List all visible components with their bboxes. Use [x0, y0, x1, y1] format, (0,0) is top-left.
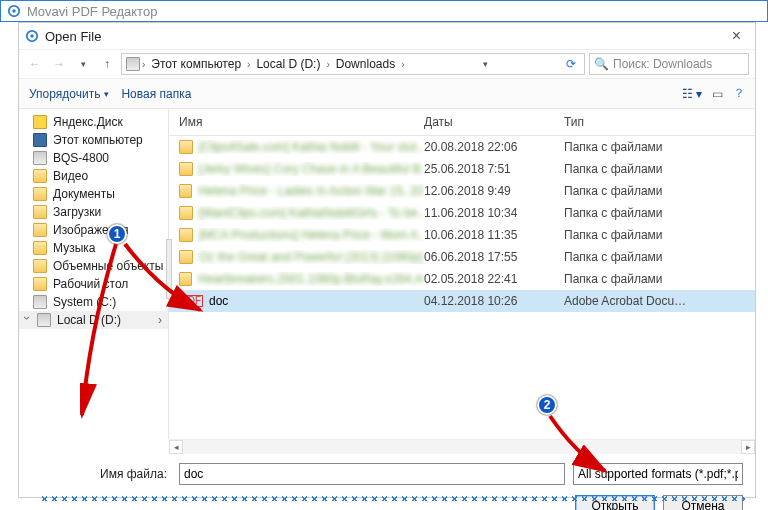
breadcrumb-item[interactable]: Downloads [332, 57, 399, 71]
folder-icon [33, 169, 47, 183]
sidebar-item[interactable]: Объемные объекты [19, 257, 168, 275]
file-date: 10.06.2018 11:35 [424, 228, 564, 242]
forward-button[interactable]: → [49, 54, 69, 74]
sidebar-item-label: Видео [53, 169, 88, 183]
recent-locations-button[interactable]: ▾ [73, 54, 93, 74]
file-type: Папка с файлами [564, 272, 755, 286]
sidebar-item[interactable]: Этот компьютер [19, 131, 168, 149]
file-name: Heartbreakers.2001.1080p.BluRay.x264.AC… [198, 272, 424, 286]
sidebar-item-label: Local D (D:) [57, 313, 121, 327]
organize-button[interactable]: Упорядочить ▾ [29, 87, 109, 101]
file-row[interactable]: [Jerky Wives] Cory Chase in A Beautiful … [169, 158, 755, 180]
scroll-track[interactable] [183, 440, 741, 454]
view-options-button[interactable]: ☷ ▾ [682, 87, 702, 101]
preview-pane-button[interactable]: ▭ [712, 87, 723, 101]
disk-icon [33, 151, 47, 165]
chevron-right-icon[interactable]: › [247, 59, 250, 70]
folder-icon [179, 162, 193, 176]
svg-point-1 [12, 9, 16, 13]
breadcrumb-item[interactable]: Local D (D:) [252, 57, 324, 71]
file-row[interactable]: PDFdoc04.12.2018 10:26Adobe Acrobat Docu… [169, 290, 755, 312]
splitter-handle[interactable] [166, 239, 172, 299]
folder-icon [179, 250, 193, 264]
address-bar[interactable]: › Этот компьютер › Local D (D:) › Downlo… [121, 53, 585, 75]
sidebar-item-label: Этот компьютер [53, 133, 143, 147]
file-type: Папка с файлами [564, 228, 755, 242]
help-icon[interactable]: ？ [733, 85, 745, 102]
sidebar-item[interactable]: Изображения [19, 221, 168, 239]
chevron-right-icon[interactable]: › [142, 59, 145, 70]
sidebar-item[interactable]: Загрузки [19, 203, 168, 221]
file-row[interactable]: Oz the Great and Powerful (2013) [1080p]… [169, 246, 755, 268]
file-row[interactable]: [Clips4Sale.com] Kathia Nobili - Your sl… [169, 136, 755, 158]
sidebar-item[interactable]: ›Local D (D:)› [19, 311, 168, 329]
file-name: [Clips4Sale.com] Kathia Nobili - Your sl… [199, 140, 424, 154]
file-date: 06.06.2018 17:55 [424, 250, 564, 264]
folder-icon [33, 277, 47, 291]
folder-icon [179, 272, 192, 286]
dialog-footer: Имя файла: All supported formats (*.pdf;… [19, 453, 755, 510]
address-dropdown[interactable]: ▾ [475, 54, 495, 74]
toolbar: Упорядочить ▾ Новая папка ☷ ▾ ▭ ？ [19, 79, 755, 109]
sidebar-item[interactable]: BQS-4800 [19, 149, 168, 167]
chevron-right-icon[interactable]: › [401, 59, 404, 70]
file-row[interactable]: Helena Price - Ladies In Action Mar 15, … [169, 180, 755, 202]
column-headers: Имя Даты Тип [169, 109, 755, 136]
dialog-title: Open File [45, 29, 101, 44]
column-date[interactable]: Даты [424, 115, 564, 129]
chevron-right-icon[interactable]: › [326, 59, 329, 70]
file-date: 11.06.2018 10:34 [424, 206, 564, 220]
column-type[interactable]: Тип [564, 115, 755, 129]
sidebar-item[interactable]: Яндекс.Диск [19, 113, 168, 131]
filename-input[interactable] [179, 463, 565, 485]
scroll-left-icon[interactable]: ◂ [169, 440, 183, 454]
file-row[interactable]: [WantClips.com] KathiaNobiliGirls - To b… [169, 202, 755, 224]
file-type: Adobe Acrobat Docu… [564, 294, 755, 308]
new-folder-button[interactable]: Новая папка [121, 87, 191, 101]
search-icon: 🔍 [594, 57, 609, 71]
file-type: Папка с файлами [564, 162, 755, 176]
file-row[interactable]: [MCA Productions] Helena Price - Mom A…1… [169, 224, 755, 246]
refresh-icon[interactable]: ⟳ [566, 57, 576, 71]
file-type: Папка с файлами [564, 250, 755, 264]
svg-point-3 [30, 34, 34, 38]
file-date: 02.05.2018 22:41 [424, 272, 564, 286]
sidebar-item-label: Музыка [53, 241, 95, 255]
sidebar-item[interactable]: Рабочий стол [19, 275, 168, 293]
file-date: 04.12.2018 10:26 [424, 294, 564, 308]
file-name: doc [209, 294, 228, 308]
folder-icon [179, 184, 192, 198]
file-rows: [Clips4Sale.com] Kathia Nobili - Your sl… [169, 136, 755, 439]
dialog-header: Open File × [19, 23, 755, 49]
file-name: Helena Price - Ladies In Action Mar 15, … [198, 184, 424, 198]
dialog-icon [25, 29, 39, 43]
scroll-right-icon[interactable]: ▸ [741, 440, 755, 454]
file-row[interactable]: Heartbreakers.2001.1080p.BluRay.x264.AC…… [169, 268, 755, 290]
search-placeholder: Поиск: Downloads [613, 57, 712, 71]
app-icon [7, 4, 21, 18]
sidebar-item[interactable]: Документы [19, 185, 168, 203]
file-name: [WantClips.com] KathiaNobiliGirls - To b… [199, 206, 424, 220]
file-name: [MCA Productions] Helena Price - Mom A… [199, 228, 424, 242]
folder-icon [179, 206, 193, 220]
breadcrumb-item[interactable]: Этот компьютер [147, 57, 245, 71]
app-title: Movavi PDF Редактор [27, 4, 157, 19]
folder-icon [33, 205, 47, 219]
sidebar-item[interactable]: Видео [19, 167, 168, 185]
sidebar-item-label: System (C:) [53, 295, 116, 309]
chevron-down-icon: ▾ [104, 89, 109, 99]
sidebar-item[interactable]: Музыка [19, 239, 168, 257]
up-button[interactable]: ↑ [97, 54, 117, 74]
folder-icon [179, 228, 193, 242]
filename-label: Имя файла: [31, 467, 171, 481]
ydisk-icon [33, 115, 47, 129]
back-button[interactable]: ← [25, 54, 45, 74]
search-input[interactable]: 🔍 Поиск: Downloads [589, 53, 749, 75]
disk-icon [33, 295, 47, 309]
column-name[interactable]: Имя [169, 115, 424, 129]
horizontal-scrollbar[interactable]: ◂ ▸ [169, 439, 755, 453]
file-type-filter[interactable]: All supported formats (*.pdf;*.p [573, 463, 743, 485]
sidebar-item-label: Документы [53, 187, 115, 201]
close-icon[interactable]: × [724, 27, 749, 45]
sidebar-item[interactable]: System (C:) [19, 293, 168, 311]
